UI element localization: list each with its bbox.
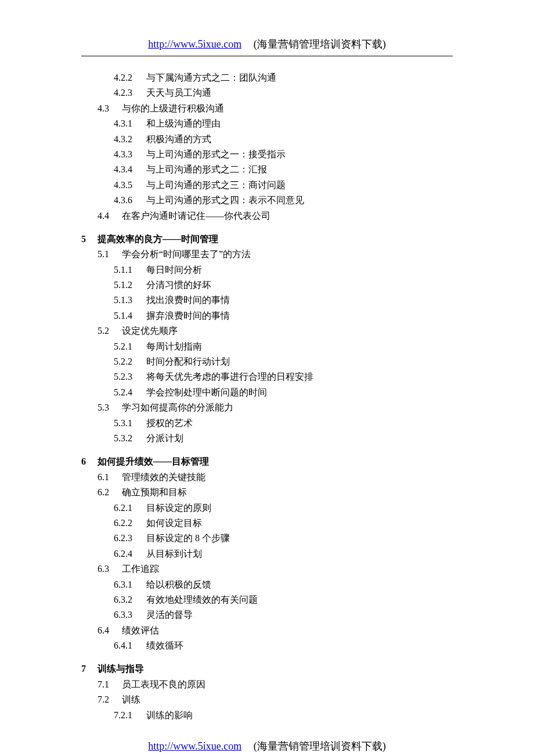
toc-item: 4.3.5与上司沟通的形式之三：商讨问题 [114,178,453,193]
toc-item-number: 6 [81,454,98,469]
toc-item-number: 5.2.3 [114,369,146,384]
toc-item: 5提高效率的良方——时间管理 [81,232,453,247]
toc-item-title: 积极沟通的方式 [146,132,211,147]
toc-item-title: 给以积极的反馈 [146,577,211,592]
toc-item-number: 5.1 [98,247,122,262]
table-of-contents: 4.2.2与下属沟通方式之二：团队沟通4.2.3天天与员工沟通4.3与你的上级进… [81,70,453,723]
toc-item: 6.2.4从目标到计划 [114,546,453,561]
toc-item-title: 学习如何提高你的分派能力 [122,400,233,415]
toc-item: 6.3.2有效地处理绩效的有关问题 [114,592,453,607]
toc-item-title: 与上司沟通的形式之四：表示不同意见 [146,193,304,208]
toc-item-title: 工作追踪 [122,561,159,577]
toc-item: 6.2确立预期和目标 [98,485,453,500]
toc-item-title: 训练与指导 [98,661,144,676]
toc-item: 5.3.1授权的艺术 [114,416,453,431]
toc-item: 5.3学习如何提高你的分派能力 [98,400,453,415]
toc-item-number: 5.2 [98,323,122,339]
toc-item-number: 6.2.2 [114,516,146,531]
toc-item-title: 灵活的督导 [146,607,193,622]
toc-item-title: 与上司沟通的形式之二：汇报 [146,162,267,177]
toc-item-number: 5 [81,232,98,247]
toc-item-number: 5.2.4 [114,385,146,400]
toc-item: 4.3.3与上司沟通的形式之一：接受指示 [114,147,453,162]
toc-item-title: 分清习惯的好坏 [146,278,211,293]
toc-item-title: 员工表现不良的原因 [122,677,205,692]
toc-item-title: 确立预期和目标 [122,485,187,500]
toc-item-number: 5.1.3 [114,293,146,308]
toc-item: 7训练与指导 [81,661,453,676]
toc-item-number: 5.2.2 [114,354,146,369]
toc-item-title: 绩效评估 [122,623,159,638]
toc-item-number: 5.1.1 [114,262,146,278]
toc-item-title: 提高效率的良方——时间管理 [98,232,218,247]
toc-item-number: 6.3.2 [114,592,146,607]
toc-item: 4.3.2积极沟通的方式 [114,132,453,147]
toc-item-number: 7.1 [98,677,122,692]
toc-item: 4.3.6与上司沟通的形式之四：表示不同意见 [114,193,453,208]
toc-item: 6如何提升绩效——目标管理 [81,454,453,469]
toc-item-number: 6.2.4 [114,546,146,561]
toc-item-number: 6.3.1 [114,577,146,592]
toc-item-number: 4.3.4 [114,162,146,177]
toc-item: 4.2.2与下属沟通方式之二：团队沟通 [114,70,453,85]
toc-item: 5.1.4摒弃浪费时间的事情 [114,308,453,323]
toc-item-number: 6.3.3 [114,607,146,622]
toc-item-title: 从目标到计划 [146,546,202,561]
toc-item-title: 天天与员工沟通 [146,85,211,100]
toc-item: 5.2.4学会控制处理中断问题的时间 [114,385,453,400]
toc-item: 6.1管理绩效的关键技能 [98,470,453,485]
page-header: http://www.5ixue.com (海量营销管理培训资料下载) [81,35,453,56]
toc-item: 5.1.2分清习惯的好坏 [114,278,453,293]
toc-item-title: 摒弃浪费时间的事情 [146,308,230,323]
toc-item-number: 6.2 [98,485,122,500]
toc-item: 5.1.3找出浪费时间的事情 [114,293,453,308]
toc-item: 4.3与你的上级进行积极沟通 [98,101,453,116]
toc-item-title: 绩效循环 [146,638,183,653]
header-link[interactable]: http://www.5ixue.com [148,38,241,50]
toc-item-number: 4.4 [98,208,122,224]
toc-item-title: 学会分析“时间哪里去了”的方法 [122,247,251,262]
toc-item-number: 5.2.1 [114,339,146,354]
toc-item-title: 与你的上级进行积极沟通 [122,101,224,116]
toc-item-number: 7.2.1 [114,708,146,723]
toc-item: 6.3.3灵活的督导 [114,607,453,622]
footer-tagline: (海量营销管理培训资料下载) [254,740,386,752]
toc-item-title: 目标设定的 8 个步骤 [146,531,230,546]
toc-item-title: 训练 [122,692,140,707]
toc-item-title: 分派计划 [146,431,183,446]
toc-item: 6.4.1绩效循环 [114,638,453,653]
toc-item: 7.1员工表现不良的原因 [98,677,453,692]
toc-item: 5.1学会分析“时间哪里去了”的方法 [98,247,453,262]
footer-link[interactable]: http://www.5ixue.com [148,740,241,752]
toc-item-number: 5.3.2 [114,431,146,446]
toc-item: 6.2.1目标设定的原则 [114,501,453,516]
page-footer: http://www.5ixue.com (海量营销管理培训资料下载) [81,737,453,755]
toc-item: 4.2.3天天与员工沟通 [114,85,453,100]
toc-item-number: 6.4 [98,623,122,638]
toc-item-number: 4.3.1 [114,116,146,131]
toc-item-number: 4.3 [98,101,122,116]
toc-item-number: 6.2.1 [114,501,146,516]
toc-item-title: 有效地处理绩效的有关问题 [146,592,258,607]
toc-item-title: 授权的艺术 [146,416,193,431]
toc-item-title: 管理绩效的关键技能 [122,470,205,485]
toc-item-number: 7 [81,661,98,676]
toc-item-number: 5.3 [98,400,122,415]
toc-item-number: 6.2.3 [114,531,146,546]
toc-item: 5.2.3将每天优先考虑的事进行合理的日程安排 [114,369,453,384]
toc-item-number: 5.1.4 [114,308,146,323]
toc-item-number: 4.3.5 [114,178,146,193]
toc-item: 6.2.2如何设定目标 [114,516,453,531]
toc-item: 5.3.2分派计划 [114,431,453,446]
toc-item-title: 每周计划指南 [146,339,202,354]
toc-item-title: 与上司沟通的形式之一：接受指示 [146,147,286,162]
toc-item: 6.3.1给以积极的反馈 [114,577,453,592]
toc-item-title: 设定优先顺序 [122,323,178,339]
toc-item-title: 训练的影响 [146,708,193,723]
toc-item-title: 与上司沟通的形式之三：商讨问题 [146,178,286,193]
toc-item-number: 4.3.2 [114,132,146,147]
toc-item-number: 7.2 [98,692,122,707]
toc-item-number: 4.3.6 [114,193,146,208]
document-page: http://www.5ixue.com (海量营销管理培训资料下载) 4.2.… [0,35,534,755]
toc-item: 7.2.1训练的影响 [114,708,453,723]
